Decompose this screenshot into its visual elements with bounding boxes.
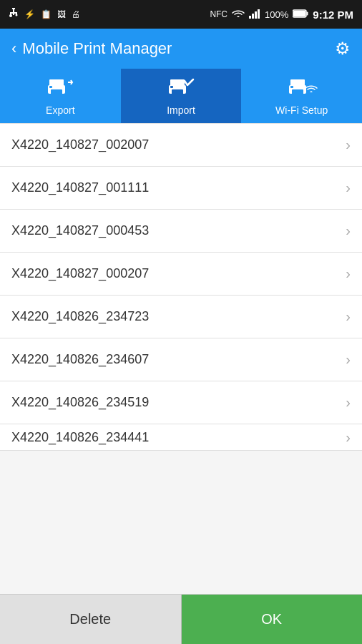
svg-rect-16	[51, 89, 62, 95]
tab-bar: Export Import	[0, 69, 362, 123]
list-item-text: X4220_140827_002007	[11, 137, 149, 152]
usb-icon	[9, 8, 19, 21]
tab-export[interactable]: Export	[0, 69, 121, 123]
list-item[interactable]: X4220_140826_234607›	[0, 338, 362, 381]
ok-button[interactable]: OK	[182, 595, 363, 644]
chevron-right-icon: ›	[346, 308, 351, 325]
tab-wifi-label: Wi-Fi Setup	[275, 104, 328, 116]
status-bar: ⚡ 📋 🖼 🖨 NFC 100%	[0, 0, 362, 29]
app-title: Mobile Print Manager	[22, 39, 172, 58]
file-list[interactable]: X4220_140827_002007›X4220_140827_001111›…	[0, 123, 362, 594]
status-icons-right: NFC 100% 9:12 PM	[210, 9, 353, 21]
image-icon: 🖼	[57, 9, 66, 19]
settings-button[interactable]: ⚙	[335, 39, 351, 59]
delete-button[interactable]: Delete	[0, 595, 182, 644]
svg-rect-9	[255, 11, 257, 19]
chevron-right-icon: ›	[346, 394, 351, 411]
svg-rect-12	[307, 11, 308, 15]
list-item-text: X4220_140826_234607	[11, 352, 149, 367]
list-item[interactable]: X4220_140826_234723›	[0, 296, 362, 338]
list-item-text: X4220_140826_234441	[11, 430, 149, 445]
signal-icon	[249, 9, 260, 21]
print-icon: 🖨	[72, 9, 80, 19]
list-item-text: X4220_140827_000207	[11, 266, 149, 281]
status-time: 9:12 PM	[313, 9, 353, 21]
list-item[interactable]: X4220_140827_000207›	[0, 253, 362, 296]
app-bar: ‹ Mobile Print Manager ⚙	[0, 29, 362, 69]
wifi-icon	[232, 9, 245, 21]
back-button[interactable]: ‹	[11, 39, 16, 58]
tab-import-label: Import	[167, 104, 195, 116]
svg-rect-8	[252, 14, 254, 19]
tab-import[interactable]: Import	[121, 69, 242, 123]
list-item[interactable]: X4220_140826_234519›	[0, 381, 362, 424]
tab-wifi[interactable]: Wi-Fi Setup	[241, 69, 362, 123]
svg-rect-0	[12, 8, 15, 9]
svg-rect-17	[49, 86, 52, 88]
wifi-setup-icon	[286, 76, 318, 102]
list-item-text: X4220_140827_000453	[11, 223, 149, 238]
chevron-right-icon: ›	[346, 137, 351, 153]
list-item-text: X4220_140827_001111	[11, 180, 149, 195]
chevron-right-icon: ›	[346, 223, 351, 239]
svg-rect-21	[172, 89, 183, 95]
nfc-icon: NFC	[210, 9, 228, 19]
chevron-right-icon: ›	[346, 180, 351, 196]
battery-icon	[293, 9, 308, 20]
sd-icon: 📋	[41, 9, 52, 19]
list-item-text: X4220_140826_234723	[11, 309, 149, 324]
app-bar-left: ‹ Mobile Print Manager	[11, 39, 172, 58]
status-icons-left: ⚡ 📋 🖼 🖨	[9, 8, 80, 21]
list-item[interactable]: X4220_140827_001111›	[0, 167, 362, 210]
battery-text: 100%	[265, 9, 288, 20]
chevron-right-icon: ›	[346, 429, 351, 446]
export-icon	[44, 76, 76, 102]
svg-rect-10	[258, 9, 260, 19]
plug-icon: ⚡	[24, 9, 35, 19]
import-icon	[165, 76, 197, 102]
svg-rect-25	[292, 89, 303, 95]
chevron-right-icon: ›	[346, 351, 351, 368]
chevron-right-icon: ›	[346, 265, 351, 282]
list-item[interactable]: X4220_140827_002007›	[0, 123, 362, 167]
svg-rect-7	[249, 16, 251, 19]
tab-export-label: Export	[46, 104, 74, 116]
list-item[interactable]: X4220_140826_234441›	[0, 424, 362, 451]
list-item-text: X4220_140826_234519	[11, 395, 149, 410]
bottom-bar: Delete OK	[0, 594, 362, 644]
svg-rect-13	[293, 11, 305, 16]
svg-point-5	[9, 14, 12, 17]
svg-point-6	[16, 14, 18, 16]
svg-rect-26	[290, 86, 293, 88]
svg-rect-22	[170, 86, 173, 88]
list-item[interactable]: X4220_140827_000453›	[0, 210, 362, 253]
